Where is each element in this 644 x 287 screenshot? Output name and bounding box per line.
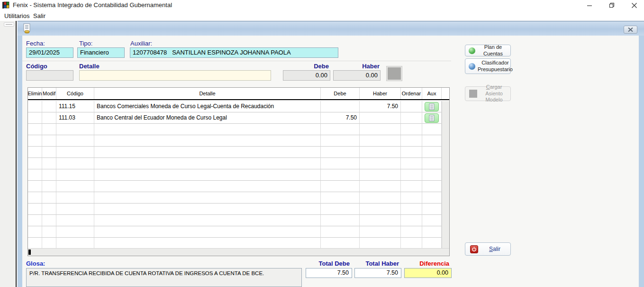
- table-cell: [422, 238, 442, 249]
- clasificador-label: Clasificador Presupuestario: [478, 60, 515, 73]
- salir-button[interactable]: Salir: [465, 242, 511, 256]
- table-cell: [42, 124, 56, 135]
- table-cell: [321, 204, 360, 215]
- auxiliar-input[interactable]: 1207708478 SANTILLAN ESPINOZA JOHANNA PA…: [130, 47, 338, 58]
- aux-document-button[interactable]: [425, 102, 439, 111]
- restore-button[interactable]: [603, 0, 620, 10]
- table-cell: [28, 101, 42, 112]
- table-row: [28, 135, 442, 147]
- table-cell: [28, 112, 42, 124]
- table-row[interactable]: 111.15Bancos Comerciales Moneda de Curso…: [28, 101, 442, 112]
- total-haber-label: Total Haber: [354, 260, 399, 267]
- table-cell: [401, 169, 422, 181]
- salir-label: Salir: [481, 246, 510, 253]
- table-cell: [56, 226, 94, 238]
- table-cell: [360, 226, 401, 238]
- table-cell: [42, 226, 56, 238]
- table-cell: [360, 181, 401, 192]
- section-divider: [22, 61, 451, 61]
- table-cell: [422, 192, 442, 204]
- table-cell: [321, 226, 360, 238]
- table-cell: [321, 215, 360, 226]
- table-cell: [42, 158, 56, 169]
- table-cell: [56, 204, 94, 215]
- plan-de-cuentas-label: Plan de Cuentas: [478, 44, 510, 57]
- table-cell: [422, 135, 442, 147]
- minimize-button[interactable]: [581, 0, 598, 10]
- grid-hscroll-thumb[interactable]: [28, 250, 31, 255]
- table-cell: [56, 181, 94, 192]
- haber-entry-input[interactable]: 0.00: [333, 70, 381, 81]
- grid-header-cdigo: Código: [56, 88, 94, 99]
- table-cell: [28, 158, 42, 169]
- table-cell: [360, 135, 401, 147]
- grid-header-detalle: Detalle: [94, 88, 321, 99]
- table-cell: 111.03: [56, 112, 94, 124]
- table-row: [28, 124, 442, 135]
- cargar-asiento-label: Cargar Asiento Modelo: [480, 84, 510, 103]
- left-collapsed-panel: [0, 21, 17, 287]
- table-cell: [42, 238, 56, 249]
- table-cell: [360, 169, 401, 181]
- table-cell: 7.50: [321, 112, 360, 124]
- table-cell: [42, 181, 56, 192]
- table-row: [28, 238, 442, 249]
- table-cell: Bancos Comerciales Moneda de Curso Legal…: [94, 101, 321, 112]
- close-button[interactable]: [626, 0, 643, 10]
- table-cell: [94, 181, 321, 192]
- table-cell: [94, 124, 321, 135]
- table-cell: [56, 169, 94, 181]
- glosa-textarea[interactable]: P/R. TRANSFERENCIA RECIBIDA DE CUENTA RO…: [26, 268, 302, 287]
- fecha-input[interactable]: 29/01/2025: [26, 47, 73, 58]
- table-row: [28, 169, 442, 181]
- plan-de-cuentas-button[interactable]: Plan de Cuentas: [465, 45, 511, 56]
- table-cell: 111.15: [56, 101, 94, 112]
- table-cell: [56, 238, 94, 249]
- table-cell: [360, 215, 401, 226]
- child-close-button[interactable]: [624, 26, 637, 34]
- document-coins-icon: [22, 23, 32, 34]
- debe-entry-input[interactable]: 0.00: [283, 70, 330, 81]
- application-window: Fenix - Sistema Integrado de Contabilida…: [0, 0, 644, 287]
- table-cell: [321, 147, 360, 158]
- grid-header-haber: Haber: [360, 88, 401, 99]
- menu-salir[interactable]: Salir: [31, 12, 47, 20]
- table-cell: [422, 169, 442, 181]
- table-cell: [42, 192, 56, 204]
- table-cell: 7.50: [360, 101, 401, 112]
- table-row: [28, 181, 442, 192]
- debe-entry-label: Debe: [283, 63, 329, 70]
- table-cell: [28, 192, 42, 204]
- table-cell: [360, 147, 401, 158]
- aux-document-button[interactable]: [425, 113, 439, 123]
- table-cell: [94, 147, 321, 158]
- entry-action-button[interactable]: [387, 66, 402, 81]
- table-cell: Banco Central del Ecuador Moneda de Curs…: [94, 112, 321, 124]
- table-cell: [56, 124, 94, 135]
- detalle-entry-input[interactable]: [79, 70, 271, 81]
- tipo-input[interactable]: Financiero: [77, 47, 125, 58]
- fecha-label: Fecha:: [26, 40, 45, 47]
- grid-horizontal-scrollbar[interactable]: [28, 248, 449, 256]
- window-title: Fenix - Sistema Integrado de Contabilida…: [13, 1, 172, 9]
- table-cell: [401, 135, 422, 147]
- table-cell: [422, 124, 442, 135]
- grid-header-elimin: Elimin: [28, 88, 42, 99]
- grid-vertical-scrollbar[interactable]: [442, 101, 449, 249]
- table-cell: [94, 135, 321, 147]
- green-sphere-icon: [469, 47, 475, 54]
- table-cell: [321, 124, 360, 135]
- clasificador-presupuestario-button[interactable]: Clasificador Presupuestario: [465, 58, 511, 74]
- grid-body: 111.15Bancos Comerciales Moneda de Curso…: [28, 101, 442, 249]
- close-icon: [631, 2, 637, 9]
- panel-grip-handle[interactable]: [4, 22, 14, 27]
- minimize-icon: [587, 2, 592, 8]
- table-cell: [94, 238, 321, 249]
- table-cell: [28, 147, 42, 158]
- table-row[interactable]: 111.03Banco Central del Ecuador Moneda d…: [28, 112, 442, 124]
- codigo-entry-input[interactable]: [26, 70, 73, 81]
- app-logo-icon: [2, 1, 10, 9]
- menu-utilitarios[interactable]: Utilitarios: [2, 12, 31, 20]
- cargar-asiento-modelo-button: Cargar Asiento Modelo: [465, 86, 511, 101]
- table-cell: [401, 101, 422, 112]
